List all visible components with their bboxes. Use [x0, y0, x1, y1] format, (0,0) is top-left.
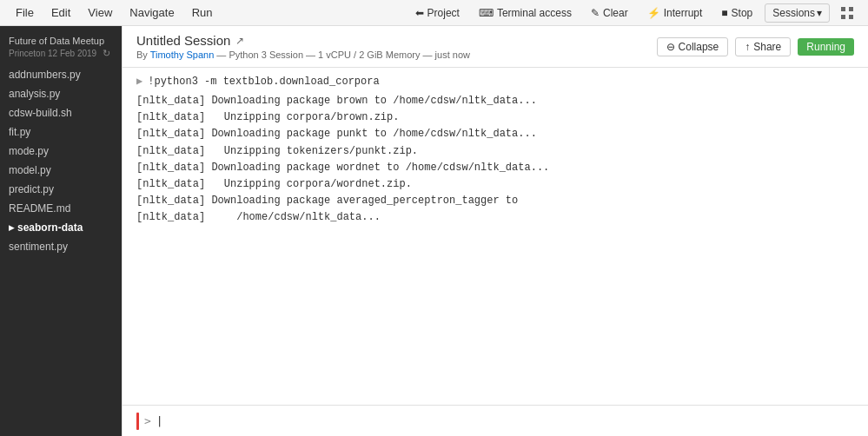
- output-line-0: [nltk_data] Downloading package brown to…: [136, 93, 854, 109]
- svg-rect-0: [841, 7, 845, 11]
- right-panel: Untitled Session ↗ By Timothy Spann — Py…: [123, 26, 868, 436]
- stop-icon: ■: [721, 7, 727, 19]
- share-icon: ↑: [745, 41, 750, 53]
- svg-rect-2: [841, 15, 845, 19]
- output-line-6: [nltk_data] Downloading package averaged…: [136, 193, 854, 209]
- interrupt-button[interactable]: ⚡ Interrupt: [640, 4, 710, 22]
- project-icon: ⬅: [415, 7, 424, 19]
- sidebar-item-analysis[interactable]: analysis.py: [0, 84, 122, 103]
- grid-button[interactable]: [835, 1, 859, 25]
- grid-icon: [840, 6, 854, 20]
- sidebar-item-predict[interactable]: predict.py: [0, 180, 122, 199]
- session-header: Untitled Session ↗ By Timothy Spann — Py…: [123, 26, 868, 68]
- share-button[interactable]: ↑ Share: [735, 37, 791, 56]
- svg-rect-1: [849, 7, 853, 11]
- toolbar-right: ⬅ Project ⌨ Terminal access ✎ Clear ⚡ In…: [408, 1, 859, 25]
- menu-file[interactable]: File: [9, 3, 41, 22]
- input-area: > |: [123, 405, 868, 436]
- main-area: Future of Data Meetup Princeton 12 Feb 2…: [0, 26, 868, 436]
- terminal-area[interactable]: ▶ !python3 -m textblob.download_corpora …: [123, 68, 868, 405]
- chevron-down-icon: ▾: [817, 7, 822, 19]
- collapse-icon: ⊖: [666, 41, 675, 53]
- menu-edit[interactable]: Edit: [44, 3, 77, 22]
- input-prompt-symbol: >: [144, 414, 151, 427]
- sidebar-item-readme[interactable]: README.md: [0, 199, 122, 218]
- terminal-button[interactable]: ⌨ Terminal access: [472, 4, 579, 22]
- running-badge: Running: [798, 38, 854, 56]
- sidebar-header: Future of Data Meetup Princeton 12 Feb 2…: [0, 26, 122, 65]
- sidebar-item-fit[interactable]: fit.py: [0, 122, 122, 142]
- project-name: Future of Data Meetup: [9, 35, 113, 47]
- svg-rect-3: [849, 15, 853, 19]
- sidebar-item-cdsw-build[interactable]: cdsw-build.sh: [0, 103, 122, 122]
- stop-button[interactable]: ■ Stop: [714, 4, 759, 22]
- output-line-5: [nltk_data] Unzipping corpora/wordnet.zi…: [136, 176, 854, 193]
- session-title-area: Untitled Session ↗ By Timothy Spann — Py…: [136, 33, 470, 60]
- clear-button[interactable]: ✎ Clear: [584, 4, 635, 22]
- terminal-command: !python3 -m textblob.download_corpora: [148, 76, 379, 88]
- menu-bar: File Edit View Navigate Run ⬅ Project ⌨ …: [0, 0, 868, 26]
- session-title: Untitled Session ↗: [136, 33, 470, 48]
- folder-chevron-icon: ▸: [9, 221, 14, 234]
- sidebar-item-model[interactable]: model.py: [0, 161, 122, 180]
- project-date: Princeton 12 Feb 2019: [9, 49, 96, 58]
- session-actions: ⊖ Collapse ↑ Share Running: [657, 37, 854, 56]
- terminal-icon: ⌨: [479, 7, 494, 19]
- output-line-1: [nltk_data] Unzipping corpora/brown.zip.: [136, 109, 854, 126]
- external-link-icon[interactable]: ↗: [235, 35, 244, 47]
- sidebar-item-addnumbers[interactable]: addnumbers.py: [0, 65, 122, 84]
- terminal-command-line: ▶ !python3 -m textblob.download_corpora: [136, 75, 854, 88]
- collapse-button[interactable]: ⊖ Collapse: [657, 37, 729, 56]
- menu-run[interactable]: Run: [185, 3, 220, 22]
- menu-view[interactable]: View: [81, 3, 119, 22]
- sidebar-item-seaborn-data[interactable]: ▸ seaborn-data: [0, 218, 122, 237]
- sidebar: Future of Data Meetup Princeton 12 Feb 2…: [0, 26, 122, 436]
- input-border-indicator: [136, 413, 139, 430]
- sidebar-item-sentiment[interactable]: sentiment.py: [0, 237, 122, 256]
- refresh-icon[interactable]: ↻: [103, 48, 110, 58]
- sessions-dropdown[interactable]: Sessions ▾: [765, 3, 830, 23]
- interrupt-icon: ⚡: [647, 7, 660, 19]
- terminal-prompt-symbol: ▶: [136, 75, 142, 88]
- sidebar-item-mode[interactable]: mode.py: [0, 142, 122, 161]
- clear-icon: ✎: [591, 7, 600, 19]
- terminal-output: [nltk_data] Downloading package brown to…: [136, 93, 854, 227]
- output-line-2: [nltk_data] Downloading package punkt to…: [136, 126, 854, 142]
- output-line-4: [nltk_data] Downloading package wordnet …: [136, 160, 854, 176]
- menu-navigate[interactable]: Navigate: [123, 3, 181, 22]
- session-meta: By Timothy Spann — Python 3 Session — 1 …: [136, 50, 470, 60]
- output-line-7: [nltk_data] /home/cdsw/nltk_data...: [136, 209, 854, 226]
- session-author: Timothy Spann: [150, 50, 215, 60]
- input-cursor[interactable]: |: [156, 414, 163, 427]
- output-line-3: [nltk_data] Unzipping tokenizers/punkt.z…: [136, 143, 854, 160]
- project-button[interactable]: ⬅ Project: [408, 4, 467, 22]
